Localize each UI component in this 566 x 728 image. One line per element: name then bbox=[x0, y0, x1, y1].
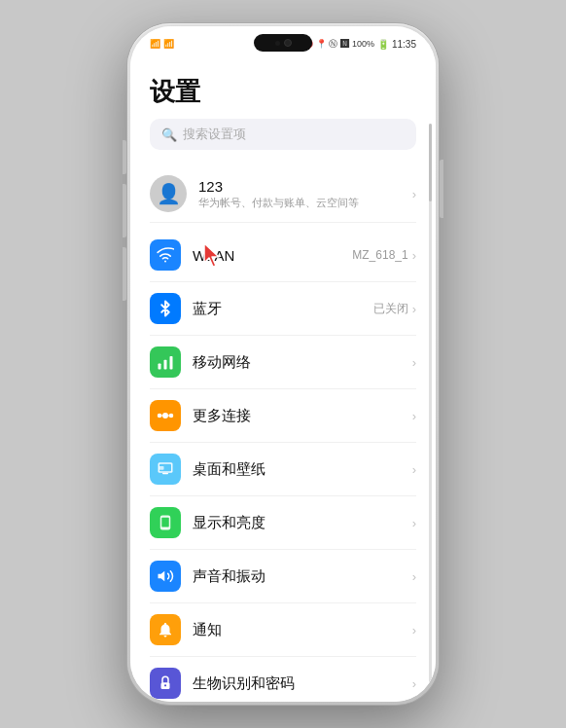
more-connect-icon bbox=[157, 407, 174, 424]
wlan-value: MZ_618_1 bbox=[352, 248, 407, 262]
desktop-chevron: › bbox=[412, 462, 416, 477]
account-name: 123 bbox=[198, 178, 401, 195]
status-right: 🔕 📍 Ⓝ 🅽 100% 🔋 11:35 bbox=[302, 38, 416, 51]
svg-rect-4 bbox=[170, 356, 173, 370]
screen-content: 设置 🔍 搜索设置项 👤 123 华为帐号、付款与账单、云空间等 › bbox=[130, 61, 436, 702]
more-connect-right: › bbox=[412, 409, 416, 423]
phone-screen: 📶 📶 🔕 📍 Ⓝ 🅽 100% 🔋 11:35 设置 🔍 搜索设置项 👤 bbox=[130, 26, 436, 702]
bluetooth-icon bbox=[158, 300, 173, 317]
phone-frame: 📶 📶 🔕 📍 Ⓝ 🅽 100% 🔋 11:35 设置 🔍 搜索设置项 👤 bbox=[127, 23, 439, 705]
svg-point-0 bbox=[164, 261, 166, 263]
notification-label: 通知 bbox=[193, 621, 401, 639]
clock: 11:35 bbox=[392, 39, 416, 50]
desktop-right: › bbox=[412, 462, 416, 477]
notification-icon bbox=[157, 621, 174, 638]
sound-icon-bg bbox=[150, 561, 181, 592]
wlan-icon-bg bbox=[150, 239, 181, 271]
wlan-chevron: › bbox=[412, 248, 416, 263]
cursor-arrow bbox=[200, 241, 228, 269]
svg-rect-3 bbox=[164, 360, 167, 370]
sound-chevron: › bbox=[412, 569, 416, 584]
svg-marker-1 bbox=[204, 243, 219, 267]
camera-notch bbox=[254, 34, 312, 52]
settings-item-desktop[interactable]: 桌面和壁纸 › bbox=[150, 443, 416, 496]
display-icon bbox=[157, 514, 174, 531]
mobile-icon-bg bbox=[150, 346, 181, 378]
biometric-right: › bbox=[412, 676, 416, 691]
desktop-icon bbox=[157, 460, 174, 478]
bluetooth-chevron: › bbox=[412, 302, 416, 316]
svg-point-18 bbox=[164, 684, 166, 686]
status-signal: 📶 📶 bbox=[150, 39, 174, 49]
search-icon: 🔍 bbox=[161, 127, 177, 142]
power-button bbox=[440, 160, 443, 218]
svg-rect-12 bbox=[162, 473, 168, 475]
volume-down-button bbox=[123, 247, 126, 301]
bluetooth-right: 已关闭 › bbox=[373, 301, 416, 317]
battery-icon: 🔋 bbox=[377, 39, 389, 50]
svg-point-5 bbox=[162, 413, 168, 419]
mobile-icon bbox=[157, 353, 174, 371]
svg-rect-16 bbox=[163, 528, 168, 528]
wlan-icon bbox=[157, 246, 174, 264]
battery-percent: 100% bbox=[352, 39, 374, 49]
svg-rect-2 bbox=[159, 364, 161, 370]
avatar-icon: 👤 bbox=[157, 182, 181, 205]
mute-button bbox=[123, 140, 126, 174]
volume-up-button bbox=[123, 184, 126, 237]
account-info: 123 华为帐号、付款与账单、云空间等 bbox=[198, 178, 401, 210]
notification-right: › bbox=[412, 623, 416, 637]
display-chevron: › bbox=[412, 516, 416, 530]
bluetooth-icon-bg bbox=[150, 293, 181, 324]
settings-item-display[interactable]: 显示和亮度 › bbox=[150, 496, 416, 550]
svg-rect-15 bbox=[161, 518, 169, 528]
more-connect-icon-bg bbox=[150, 400, 181, 431]
mobile-chevron: › bbox=[412, 355, 416, 370]
scroll-thumb bbox=[429, 124, 432, 201]
biometric-chevron: › bbox=[412, 676, 416, 691]
notification-chevron: › bbox=[412, 623, 416, 637]
display-icon-bg bbox=[150, 507, 181, 538]
status-bar: 📶 📶 🔕 📍 Ⓝ 🅽 100% 🔋 11:35 bbox=[130, 26, 436, 61]
settings-item-mobile[interactable]: 移动网络 › bbox=[150, 336, 416, 389]
account-row[interactable]: 👤 123 华为帐号、付款与账单、云空间等 › bbox=[150, 165, 416, 223]
account-subtitle: 华为帐号、付款与账单、云空间等 bbox=[198, 196, 401, 210]
sound-icon bbox=[157, 567, 174, 585]
biometric-icon-bg bbox=[150, 668, 181, 699]
display-label: 显示和亮度 bbox=[193, 514, 401, 532]
avatar: 👤 bbox=[150, 175, 187, 212]
desktop-icon-bg bbox=[150, 454, 181, 485]
sound-right: › bbox=[412, 569, 416, 584]
settings-item-bluetooth[interactable]: 蓝牙 已关闭 › bbox=[150, 282, 416, 336]
biometric-label: 生物识别和密码 bbox=[193, 674, 401, 693]
page-title: 设置 bbox=[150, 61, 416, 119]
mobile-label: 移动网络 bbox=[193, 353, 401, 372]
settings-item-more-connect[interactable]: 更多连接 › bbox=[150, 389, 416, 443]
scroll-track bbox=[429, 124, 432, 682]
notification-icon-bg bbox=[150, 614, 181, 645]
svg-point-7 bbox=[169, 414, 174, 419]
front-sensor bbox=[275, 41, 280, 46]
bluetooth-label: 蓝牙 bbox=[193, 300, 362, 318]
svg-point-6 bbox=[158, 414, 162, 419]
sound-label: 声音和振动 bbox=[193, 567, 401, 586]
settings-list: WLAN MZ_618_1 › bbox=[150, 229, 416, 702]
bluetooth-value: 已关闭 bbox=[373, 301, 408, 317]
settings-item-wlan[interactable]: WLAN MZ_618_1 › bbox=[150, 229, 416, 282]
signal-icon: 📶 📶 bbox=[150, 39, 174, 49]
mobile-right: › bbox=[412, 355, 416, 370]
settings-item-sound[interactable]: 声音和振动 › bbox=[150, 550, 416, 603]
biometric-icon bbox=[157, 674, 174, 692]
svg-rect-13 bbox=[159, 466, 163, 470]
front-camera bbox=[284, 39, 292, 47]
settings-item-biometric[interactable]: 生物识别和密码 › bbox=[150, 657, 416, 702]
settings-item-notification[interactable]: 通知 › bbox=[150, 603, 416, 657]
more-connect-label: 更多连接 bbox=[193, 407, 401, 425]
account-chevron: › bbox=[412, 187, 416, 201]
more-connect-chevron: › bbox=[412, 409, 416, 423]
desktop-label: 桌面和壁纸 bbox=[193, 460, 401, 479]
wlan-right: MZ_618_1 › bbox=[352, 248, 416, 263]
search-placeholder: 搜索设置项 bbox=[183, 126, 246, 143]
display-right: › bbox=[412, 516, 416, 530]
search-bar[interactable]: 🔍 搜索设置项 bbox=[150, 119, 416, 150]
